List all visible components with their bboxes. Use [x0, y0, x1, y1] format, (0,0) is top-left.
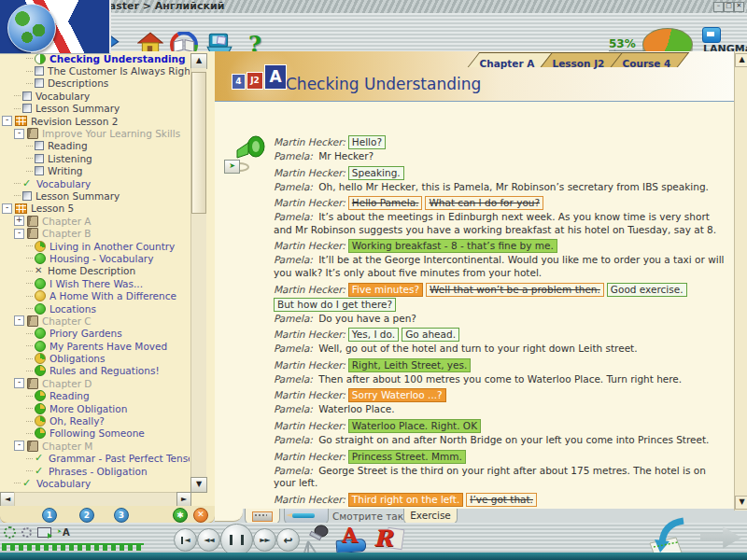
dictionary-button[interactable]: A	[334, 525, 366, 553]
view-level-1-button[interactable]: 1	[42, 508, 57, 523]
pause-button[interactable]	[220, 524, 253, 556]
answer-chip[interactable]: Third right on the left.	[348, 493, 463, 507]
close-tree-button[interactable]: ✕	[193, 508, 208, 523]
answer-chip[interactable]: Hello?	[348, 135, 386, 149]
tree-scroll-down-button[interactable]: ▼	[190, 477, 207, 493]
close-button[interactable]: ✕	[734, 2, 744, 12]
tree-item-lesson-summary[interactable]: Lesson Summary	[0, 103, 190, 115]
microphone-button[interactable]	[301, 525, 332, 554]
settings-gear-small-icon[interactable]	[21, 527, 32, 538]
minimize-button[interactable]: –	[713, 2, 724, 12]
tree-item-lesson-summary[interactable]: Lesson Summary	[0, 189, 190, 202]
answer-chip[interactable]: I’ve got that.	[466, 493, 537, 507]
view-level-3-button[interactable]: 3	[114, 508, 129, 523]
answer-chip[interactable]: Right, Leith Street, yes.	[348, 358, 472, 372]
content-scroll-up-button[interactable]: ▲	[735, 53, 747, 67]
tree-item-label: Lesson Summary	[35, 103, 120, 114]
tree-scroll-left-button[interactable]: ◄	[0, 492, 15, 507]
tree-item-the-customer-is-always-right[interactable]: The Customer Is Always Right	[0, 64, 190, 77]
tree-item-writing[interactable]: Writing	[0, 165, 190, 177]
answer-chip[interactable]: Go ahead.	[402, 328, 459, 342]
answer-chip[interactable]: Yes, I do.	[348, 328, 399, 342]
collapse-icon[interactable]: -	[14, 378, 24, 388]
answer-chip[interactable]: Waterloo Place. Right. OK	[348, 419, 481, 433]
tree-scroll-thumb[interactable]	[191, 72, 206, 214]
fast-forward-button[interactable]: ►►	[253, 528, 276, 552]
tree-item-descriptions[interactable]: Descriptions	[0, 77, 190, 90]
tree-item-chapter-b[interactable]: -Chapter B	[0, 227, 190, 239]
play-line-button[interactable]: ➤	[224, 160, 240, 174]
tree-item-vocabulary[interactable]: Vocabulary	[0, 90, 190, 102]
tree-item-following-someone[interactable]: Following Someone	[0, 427, 190, 440]
collapse-icon[interactable]: -	[14, 229, 24, 239]
collapse-icon[interactable]: -	[14, 315, 24, 326]
collapse-icon[interactable]: -	[14, 129, 24, 139]
settings-gear-icon[interactable]	[4, 526, 16, 539]
tree-item-i-wish-there-was[interactable]: I Wish There Was...	[0, 277, 190, 289]
answer-chip[interactable]: Hello Pamela.	[348, 196, 423, 210]
tab-course[interactable]: Course 4	[611, 52, 689, 67]
tree-item-chapter-a[interactable]: +Chapter A	[0, 215, 190, 227]
content-scroll-down-button[interactable]: ▼	[735, 496, 747, 510]
tree-horizontal-scrollbar[interactable]	[14, 492, 177, 507]
content-vertical-scrollbar[interactable]	[734, 51, 747, 511]
answer-chip[interactable]: Working breakfast - 8 - that’s fine by m…	[348, 239, 557, 253]
text-tool-icon[interactable]: A	[57, 527, 70, 538]
tree-item-oh-really[interactable]: Oh, Really?	[0, 414, 190, 427]
answer-chip[interactable]: But how do I get there?	[274, 298, 396, 312]
tree-item-listening[interactable]: Listening	[0, 152, 190, 164]
book-status-icon	[27, 228, 38, 239]
tree-item-locations[interactable]: Locations	[0, 302, 190, 315]
view-level-2-button[interactable]: 2	[79, 508, 94, 523]
tree-item-living-in-another-country[interactable]: Living in Another Country	[0, 240, 190, 252]
pie-gy-status-icon	[35, 365, 46, 376]
tree-item-lesson-5[interactable]: -Lesson 5	[0, 203, 190, 215]
tree-item-a-home-with-a-difference[interactable]: A Home With a Difference	[0, 289, 190, 301]
reference-button[interactable]: R	[374, 526, 405, 553]
tree-item-vocabulary[interactable]: ✓Vocabulary	[0, 477, 190, 489]
tree-item-chapter-d[interactable]: -Chapter D	[0, 377, 190, 389]
tree-item-my-parents-have-moved[interactable]: My Parents Have Moved	[0, 340, 190, 352]
tree-item-more-obligation[interactable]: More Obligation	[0, 402, 190, 414]
tree-item-revision-lesson-2[interactable]: -Revision Lesson 2	[0, 115, 190, 127]
tree-item-label: Housing - Vocabulary	[49, 253, 153, 264]
tree-scroll-up-button[interactable]: ▲	[190, 53, 207, 69]
language-flag[interactable]	[0, 0, 111, 54]
rewind-button[interactable]: ◄◄	[197, 528, 220, 552]
tree-item-improve-your-learning-skills[interactable]: -Improve Your Learning Skills	[0, 127, 190, 139]
tree-item-priory-gardens[interactable]: Priory Gardens	[0, 328, 190, 340]
answer-chip[interactable]: Sorry Waterloo ...?	[348, 388, 446, 402]
tree-item-housing-vocabulary[interactable]: Housing - Vocabulary	[0, 252, 190, 264]
answer-chip[interactable]: Good exercise.	[607, 283, 687, 297]
tree-item-reading[interactable]: Reading	[0, 140, 190, 152]
tree-item-chapter-m[interactable]: -Chapter M	[0, 440, 190, 452]
tree-item-grammar-past-perfect-tenses[interactable]: ✓Grammar - Past Perfect Tenses	[0, 453, 190, 465]
tree-item-rules-and-reguations[interactable]: Rules and Reguations!	[0, 365, 190, 377]
tree-item-chapter-c[interactable]: -Chapter C	[0, 315, 190, 327]
collapse-icon[interactable]: -	[2, 203, 12, 214]
rewind-icon: ◄◄	[204, 537, 213, 544]
tree-item-obligations[interactable]: Obligations	[0, 352, 190, 364]
answer-chip[interactable]: Princess Street. Mmm.	[348, 450, 466, 464]
tab-chapter[interactable]: Chapter A	[468, 52, 553, 67]
collapse-icon[interactable]: -	[2, 116, 12, 126]
tree-item-checking-understanding[interactable]: Checking Understanding	[0, 52, 190, 64]
replay-button[interactable]: ↩	[276, 528, 300, 552]
tree-item-vocabulary[interactable]: ✓Vocabulary	[0, 177, 190, 189]
restore-button[interactable]: □	[724, 2, 734, 12]
screen-capture-icon[interactable]	[37, 527, 51, 538]
answer-chip[interactable]: Five minutes?	[348, 283, 423, 297]
speaker-martin: Martin Hecker:	[274, 389, 345, 400]
collapse-icon[interactable]: -	[14, 441, 24, 451]
answer-chip[interactable]: Speaking.	[348, 166, 404, 180]
skip-start-button[interactable]: ◄	[174, 528, 197, 552]
tree-item-reading[interactable]: Reading	[0, 390, 190, 402]
tree-scroll-right-button[interactable]: ►	[176, 492, 191, 507]
expand-icon[interactable]: +	[14, 216, 24, 226]
expand-all-button[interactable]: ✱	[173, 508, 188, 523]
tree-item-phrases-obligation[interactable]: ✓Phrases - Obligation	[0, 465, 190, 477]
tree-item-label: Improve Your Learning Skills	[42, 128, 180, 139]
tree-item-home-description[interactable]: ✕Home Description	[0, 265, 190, 277]
answer-chip[interactable]: Well that won’t be a problem then.	[426, 283, 604, 297]
answer-chip[interactable]: What can I do for you?	[425, 196, 543, 210]
